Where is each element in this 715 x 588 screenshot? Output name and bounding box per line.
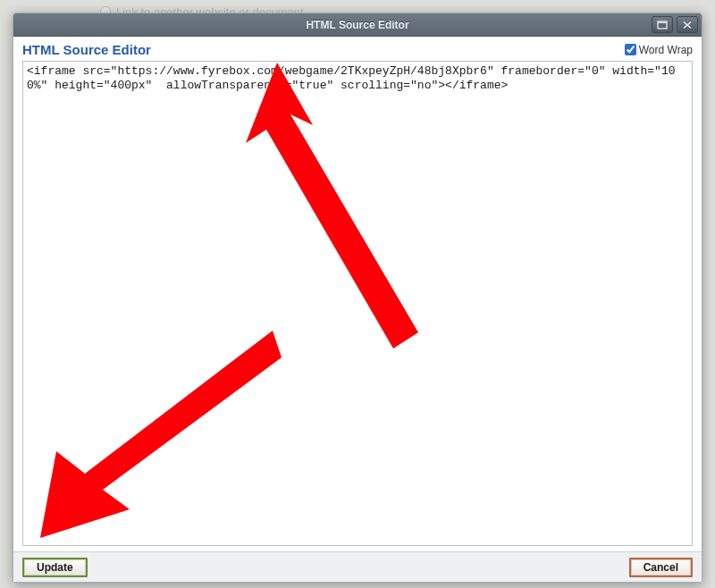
dialog-title: HTML Source Editor xyxy=(306,19,408,31)
window-controls xyxy=(652,16,698,33)
wordwrap-toggle[interactable]: Word Wrap xyxy=(625,44,693,56)
header-title: HTML Source Editor xyxy=(22,42,151,57)
dialog-content xyxy=(13,61,702,551)
maximize-icon xyxy=(657,21,668,29)
update-button[interactable]: Update xyxy=(22,558,88,577)
cancel-button[interactable]: Cancel xyxy=(629,558,693,577)
close-button[interactable] xyxy=(677,16,698,33)
wordwrap-checkbox[interactable] xyxy=(625,44,636,55)
wordwrap-label: Word Wrap xyxy=(639,44,693,56)
dialog-header: HTML Source Editor Word Wrap xyxy=(13,37,702,61)
maximize-button[interactable] xyxy=(652,16,673,33)
dialog-footer: Update Cancel xyxy=(13,551,702,582)
close-icon xyxy=(682,21,693,29)
dialog-titlebar[interactable]: HTML Source Editor xyxy=(13,13,702,37)
html-source-editor-dialog: HTML Source Editor HTML Source Editor Wo… xyxy=(13,13,702,583)
html-source-textarea[interactable] xyxy=(22,61,693,546)
